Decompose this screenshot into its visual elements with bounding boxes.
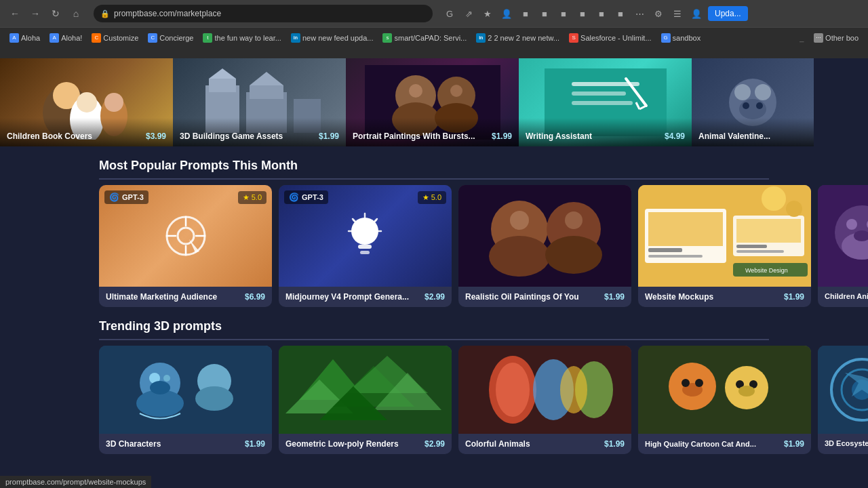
card-3d-characters[interactable]: ▲ Midjourney 3D Characters — [99, 346, 272, 454]
bookmark-label: 2 2 new 2 new netw... — [488, 34, 559, 42]
card-price: $1.99 — [604, 439, 625, 449]
bookmark-label: Salesforce - Unlimit... — [580, 34, 652, 42]
svg-text:Website Design: Website Design — [745, 267, 788, 274]
card-marketing[interactable]: 🌀 GPT-3 ★ 5.0 — [99, 185, 272, 307]
bookmark-salesforce[interactable]: S Salesforce - Unlimit... — [565, 32, 656, 44]
svg-point-84 — [560, 366, 587, 413]
bookmark-funway[interactable]: t the fun way to lear... — [199, 32, 285, 44]
ai-label: GPT-3 — [302, 193, 323, 201]
bookmark-favicon: S — [569, 33, 578, 43]
bookmark-smart[interactable]: s smart/CaPAD: Servi... — [378, 32, 471, 44]
page-content: Children Book Covers $3.99 3D Buildings … — [0, 58, 868, 488]
product-animal[interactable]: Animal Valentine... — [692, 58, 814, 146]
star-icon: ★ — [422, 193, 429, 202]
extension-icon-4[interactable]: ■ — [575, 6, 590, 21]
svg-point-95 — [738, 386, 755, 396]
section-3d-header: Trending 3D prompts — [99, 319, 769, 340]
product-children-book[interactable]: Children Book Covers $3.99 — [0, 58, 173, 146]
card-thumb: 🌀 GPT-3 ★ 5.0 — [99, 185, 272, 287]
bookmark-label: Aloha — [21, 34, 40, 42]
google-search-icon[interactable]: G — [442, 6, 457, 21]
card-price: $1.99 — [784, 292, 804, 302]
card-3d-ecosystem[interactable]: ▲ RRCG 3D E — [818, 346, 868, 454]
extension-icon-2[interactable]: ■ — [537, 6, 552, 21]
extension-icon-5[interactable]: ■ — [594, 6, 609, 21]
bookmark-customize[interactable]: C Customize — [87, 32, 142, 44]
card-mockups[interactable]: ▲ Midjourney ★ 5.0 — [638, 185, 811, 307]
product-title: Children Book Covers — [7, 131, 92, 141]
extension-icon-1[interactable]: ■ — [518, 6, 533, 21]
bookmark-linkedin1[interactable]: in new new feed upda... — [287, 32, 378, 44]
card-title: Ultimate Marketing Audience — [106, 292, 217, 302]
profile-icon[interactable]: 👤 — [499, 6, 514, 21]
card-colorful-animals[interactable]: ▲ Midjourney Colorful Animals $1.99 — [458, 346, 631, 454]
browser-icon-group: G ⇗ ★ 👤 ■ ■ ■ ■ ■ ■ ⋯ ⚙ ☰ 👤 Upda... — [442, 6, 748, 21]
card-thumb: ▲ Midjourney ★ 5.0 — [638, 346, 811, 434]
card-children-animal[interactable]: ▲ Midjourney Children Animal... — [818, 185, 868, 307]
bookmark-favicon: t — [203, 33, 212, 43]
card-title: 3D Characters — [106, 439, 161, 449]
bookmark-label: Concierge — [159, 34, 193, 42]
settings-icon[interactable]: ⚙ — [651, 6, 666, 21]
extension-icon-3[interactable]: ■ — [556, 6, 571, 21]
share-icon[interactable]: ⇗ — [461, 6, 476, 21]
svg-rect-52 — [736, 245, 767, 248]
extensions-more-icon[interactable]: ⋯ — [632, 6, 647, 21]
product-portraits[interactable]: Portrait Paintings With Bursts... $1.99 — [346, 58, 519, 146]
card-footer: Ultimate Marketing Audience $6.99 — [99, 287, 272, 307]
extension-icon-6[interactable]: ■ — [613, 6, 628, 21]
product-price: $4.99 — [665, 131, 685, 141]
card-price: $2.99 — [425, 292, 445, 302]
svg-point-41 — [510, 211, 529, 230]
bookmark-other-label: Other boo — [825, 34, 859, 42]
bookmark-aloha1[interactable]: A Aloha — [5, 32, 44, 44]
card-thumb: ▲ Midjourney — [279, 346, 452, 434]
card-midjourney-v4[interactable]: 🌀 GPT-3 ★ 5.0 — [279, 185, 452, 307]
gpt-icon: 🌀 — [109, 192, 119, 202]
card-oil-paintings[interactable]: ▲ Midjourney Realistic Oil Paintings Of … — [458, 185, 631, 307]
update-button[interactable]: Upda... — [708, 6, 748, 21]
svg-point-30 — [739, 99, 766, 119]
bookmark-concierge[interactable]: C Concierge — [144, 32, 197, 44]
svg-point-55 — [786, 201, 802, 217]
card-thumb: ▲ Midjourney — [818, 185, 868, 287]
url-text: promptbase.com/marketplace — [114, 9, 221, 18]
bookmark-label: the fun way to lear... — [214, 34, 281, 42]
back-button[interactable]: ← — [7, 5, 23, 22]
bookmark-label: Aloha! — [61, 34, 82, 42]
product-writing[interactable]: Writing Assistant $4.99 — [519, 58, 692, 146]
product-3d-buildings[interactable]: 3D Buildings Game Assets $1.99 — [173, 58, 346, 146]
account-avatar[interactable]: 👤 — [689, 6, 704, 21]
bookmarks-bar: A Aloha A Aloha! C Customize C Concierge… — [0, 27, 868, 47]
forward-button[interactable]: → — [27, 5, 43, 22]
product-price: $1.99 — [319, 131, 339, 141]
svg-rect-47 — [648, 212, 723, 246]
card-lowpoly[interactable]: ▲ Midjourney Geometric Low-poly Renders … — [279, 346, 452, 454]
card-title: 3D Ecosystem Lo... — [825, 439, 868, 447]
card-cartoon-cat[interactable]: ▲ Midjourney ★ 5.0 — [638, 346, 811, 454]
card-footer: Geometric Low-poly Renders $2.99 — [279, 434, 452, 454]
svg-point-90 — [682, 379, 690, 387]
bookmark-linkedin2[interactable]: in 2 2 new 2 new netw... — [472, 32, 564, 44]
svg-point-43 — [545, 236, 602, 274]
ai-badge: 🌀 GPT-3 — [104, 190, 149, 204]
bookmark-icon[interactable]: ★ — [480, 6, 495, 21]
bookmark-sandbox[interactable]: G sandbox — [657, 32, 705, 44]
bookmark-aloha2[interactable]: A Aloha! — [45, 32, 86, 44]
card-thumb: ▲ Midjourney — [99, 346, 272, 434]
card-title: Geometric Low-poly Renders — [285, 439, 399, 449]
sidebar-toggle-icon[interactable]: ☰ — [670, 6, 685, 21]
ai-badge: 🌀 GPT-3 — [284, 190, 328, 204]
reload-button[interactable]: ↻ — [47, 5, 64, 22]
svg-point-18 — [409, 84, 422, 98]
card-thumb: ▲ Midjourney — [458, 185, 631, 287]
home-button[interactable]: ⌂ — [68, 5, 84, 22]
svg-point-28 — [734, 84, 751, 100]
card-thumb: 🌀 GPT-3 ★ 5.0 — [279, 185, 452, 287]
bookmark-other[interactable]: ⋯ Other boo — [810, 32, 863, 44]
svg-point-34 — [178, 228, 194, 244]
address-bar[interactable]: 🔒 promptbase.com/marketplace — [94, 5, 433, 22]
card-meta: 🌀 GPT-3 ★ 5.0 — [279, 185, 452, 209]
product-title: 3D Buildings Game Assets — [180, 131, 283, 141]
svg-point-81 — [496, 363, 530, 417]
